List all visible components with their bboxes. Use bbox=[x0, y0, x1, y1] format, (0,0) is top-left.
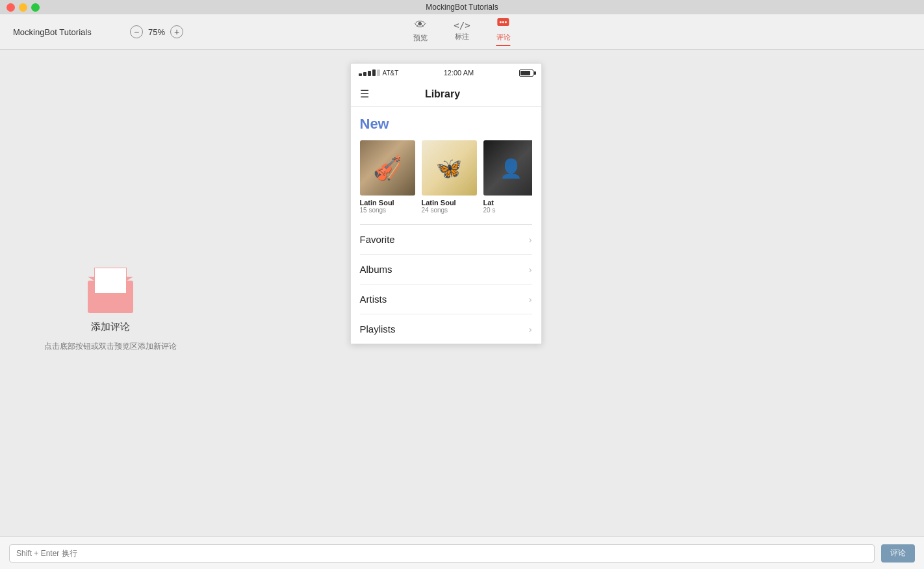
svg-point-3 bbox=[505, 21, 507, 23]
chevron-right-icon-artists: › bbox=[529, 294, 532, 305]
list-item-favorite[interactable]: Favorite › bbox=[360, 225, 532, 255]
zoom-level: 75% bbox=[148, 27, 165, 37]
phone-area: AT&T 12:00 AM ☰ Library New Lat bbox=[221, 50, 671, 569]
album-songs-2: 24 songs bbox=[422, 207, 477, 214]
album-card-2[interactable]: Latin Soul 24 songs bbox=[422, 140, 477, 214]
app-title: Library bbox=[369, 88, 517, 100]
battery-icon bbox=[519, 70, 533, 77]
app-nav-bar: ☰ Library bbox=[351, 82, 541, 107]
album-thumb-3 bbox=[483, 140, 532, 196]
new-section-title: New bbox=[360, 116, 532, 133]
list-item-favorite-label: Favorite bbox=[360, 234, 395, 245]
album-name-2: Latin Soul bbox=[422, 199, 477, 207]
empty-subtitle: 点击底部按钮或双击预览区添加新评论 bbox=[44, 341, 177, 352]
empty-title: 添加评论 bbox=[91, 321, 130, 333]
left-panel: 添加评论 点击底部按钮或双击预览区添加新评论 bbox=[0, 50, 221, 569]
comment-input[interactable] bbox=[9, 544, 875, 563]
toolbar-nav: 👁 预览 </> 标注 评论 bbox=[413, 18, 510, 46]
window-title: MockingBot Tutorials bbox=[426, 3, 498, 12]
status-bar: AT&T 12:00 AM bbox=[351, 64, 541, 82]
right-panel bbox=[671, 50, 924, 569]
phone-screen: AT&T 12:00 AM ☰ Library New Lat bbox=[350, 63, 542, 344]
title-bar: MockingBot Tutorials bbox=[0, 0, 924, 14]
content-area: 添加评论 点击底部按钮或双击预览区添加新评论 AT&T 12:00 AM bbox=[0, 50, 924, 569]
album-row: Latin Soul 15 songs Latin Soul 24 songs … bbox=[360, 140, 532, 214]
battery-fill bbox=[520, 71, 530, 75]
traffic-lights bbox=[6, 3, 40, 12]
list-item-albums[interactable]: Albums › bbox=[360, 255, 532, 284]
toolbar: MockingBot Tutorials − 75% + 👁 预览 </> 标注… bbox=[0, 14, 924, 50]
album-card-3[interactable]: Lat 20 s bbox=[483, 140, 532, 214]
bottom-bar: 评论 bbox=[0, 537, 924, 569]
carrier-text: AT&T bbox=[383, 70, 399, 77]
svg-point-1 bbox=[500, 21, 502, 23]
list-item-artists[interactable]: Artists › bbox=[360, 284, 532, 314]
code-icon: </> bbox=[454, 20, 470, 31]
album-songs-3: 20 s bbox=[483, 207, 532, 214]
zoom-out-button[interactable]: − bbox=[130, 25, 143, 38]
phone-content: New Latin Soul 15 songs Latin Soul 24 so… bbox=[351, 107, 541, 344]
chevron-right-icon-favorite: › bbox=[529, 234, 532, 245]
paper-icon bbox=[94, 268, 127, 294]
album-name-3: Lat bbox=[483, 199, 532, 207]
hamburger-icon[interactable]: ☰ bbox=[360, 88, 369, 100]
status-left: AT&T bbox=[359, 70, 399, 77]
comment-icon bbox=[497, 18, 510, 31]
list-item-albums-label: Albums bbox=[360, 264, 392, 275]
list-item-playlists[interactable]: Playlists › bbox=[360, 314, 532, 344]
album-songs-1: 15 songs bbox=[360, 207, 415, 214]
chevron-right-icon-albums: › bbox=[529, 264, 532, 275]
eye-icon: 👁 bbox=[415, 18, 426, 32]
close-button[interactable] bbox=[6, 3, 15, 12]
zoom-controls: − 75% + bbox=[130, 25, 183, 38]
list-item-artists-label: Artists bbox=[360, 294, 387, 305]
nav-comment[interactable]: 评论 bbox=[496, 18, 511, 46]
album-thumb-2 bbox=[422, 140, 477, 196]
time-text: 12:00 AM bbox=[444, 69, 474, 77]
album-name-1: Latin Soul bbox=[360, 199, 415, 207]
list-item-playlists-label: Playlists bbox=[360, 323, 396, 335]
album-thumb-1 bbox=[360, 140, 415, 196]
comment-submit-button[interactable]: 评论 bbox=[881, 544, 915, 563]
signal-icon bbox=[359, 70, 380, 76]
nav-markup[interactable]: </> 标注 bbox=[454, 20, 470, 44]
album-card-1[interactable]: Latin Soul 15 songs bbox=[360, 140, 415, 214]
chevron-right-icon-playlists: › bbox=[529, 324, 532, 335]
minimize-button[interactable] bbox=[19, 3, 27, 12]
svg-point-2 bbox=[502, 21, 504, 23]
app-name-label: MockingBot Tutorials bbox=[13, 27, 92, 37]
nav-preview[interactable]: 👁 预览 bbox=[413, 18, 428, 45]
zoom-in-button[interactable]: + bbox=[170, 25, 183, 38]
empty-comments-icon bbox=[84, 268, 136, 313]
maximize-button[interactable] bbox=[31, 3, 40, 12]
